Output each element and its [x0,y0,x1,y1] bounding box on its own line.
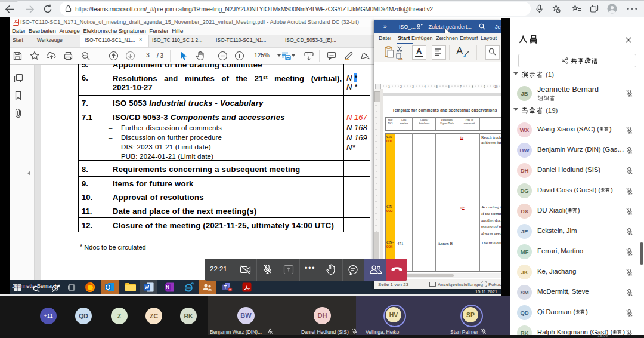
svg-text:5: 5 [436,85,438,88]
svg-text:10: 10 [494,85,498,88]
svg-text:6: 6 [448,85,450,88]
svg-text:2: 2 [400,85,402,88]
svg-text:3: 3 [412,85,414,88]
svg-text:4: 4 [424,85,426,88]
svg-text:8: 8 [472,85,473,88]
svg-text:1: 1 [388,85,390,88]
svg-text:9: 9 [484,85,485,88]
svg-text:7: 7 [460,85,462,88]
